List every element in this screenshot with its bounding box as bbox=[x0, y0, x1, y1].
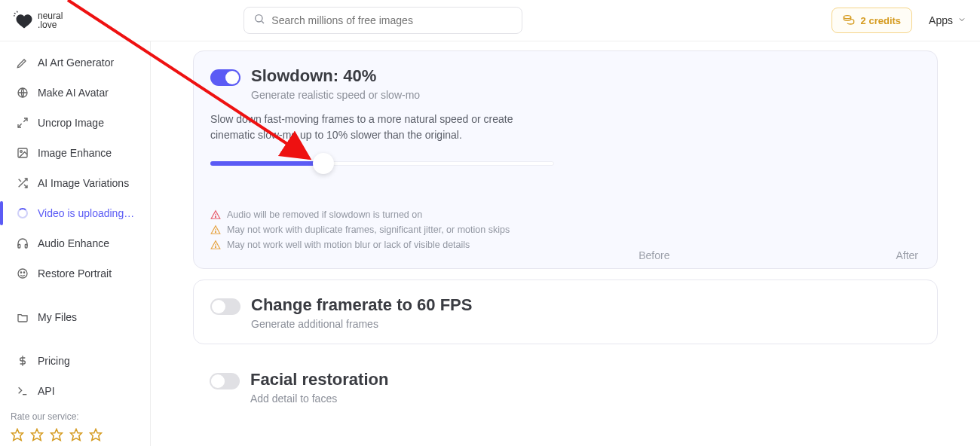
sidebar-item-image-enhance[interactable]: Image Enhance bbox=[0, 138, 150, 168]
svg-rect-15 bbox=[25, 244, 27, 248]
svg-marker-25 bbox=[90, 429, 102, 441]
slowdown-toggle[interactable] bbox=[210, 69, 240, 86]
warning-line: May not work with duplicate frames, sign… bbox=[210, 225, 920, 235]
svg-line-7 bbox=[23, 118, 27, 122]
framerate-toggle[interactable] bbox=[210, 298, 240, 315]
svg-point-3 bbox=[256, 15, 262, 22]
globe-icon bbox=[17, 87, 29, 99]
sidebar-item-uncrop-image[interactable]: Uncrop Image bbox=[0, 108, 150, 138]
star-icon[interactable] bbox=[89, 428, 103, 441]
sidebar-item-label: My Files bbox=[38, 311, 77, 323]
slowdown-subtitle: Generate realistic speed or slow-mo bbox=[251, 89, 420, 101]
warning-icon bbox=[210, 240, 221, 250]
main-content: Slowdown: 40% Generate realistic speed o… bbox=[151, 41, 980, 446]
sidebar-item-ai-image-variations[interactable]: AI Image Variations bbox=[0, 168, 150, 198]
coins-icon bbox=[843, 14, 855, 28]
star-icon[interactable] bbox=[50, 428, 63, 441]
search-input[interactable] bbox=[271, 14, 513, 26]
svg-point-16 bbox=[18, 269, 27, 278]
sidebar-item-api[interactable]: API bbox=[0, 376, 150, 406]
svg-line-1 bbox=[14, 13, 16, 14]
svg-point-27 bbox=[215, 216, 216, 217]
sidebar-item-label: AI Art Generator bbox=[38, 57, 114, 69]
svg-point-18 bbox=[23, 272, 24, 273]
sidebar-item-label: Restore Portrait bbox=[38, 267, 112, 280]
sidebar-item-label: Audio Enhance bbox=[38, 237, 109, 249]
slowdown-title: Slowdown: 40% bbox=[251, 66, 420, 86]
sidebar-item-pricing[interactable]: Pricing bbox=[0, 346, 150, 376]
sidebar-item-label: Uncrop Image bbox=[38, 117, 104, 129]
svg-marker-24 bbox=[71, 429, 82, 441]
sidebar-item-label: API bbox=[38, 385, 55, 397]
svg-point-29 bbox=[215, 231, 216, 232]
shuffle-icon bbox=[17, 177, 29, 189]
sidebar: AI Art Generator Make AI Avatar Uncrop I… bbox=[0, 41, 151, 446]
pen-icon bbox=[17, 57, 29, 69]
warning-icon bbox=[210, 225, 221, 235]
sidebar-item-restore-portrait[interactable]: Restore Portrait bbox=[0, 258, 150, 289]
svg-line-4 bbox=[262, 21, 264, 23]
dollar-icon bbox=[17, 355, 29, 367]
svg-line-8 bbox=[18, 124, 22, 127]
star-icon[interactable] bbox=[11, 428, 24, 441]
svg-point-5 bbox=[844, 15, 850, 18]
expand-icon bbox=[17, 117, 29, 129]
framerate-title: Change framerate to 60 FPS bbox=[251, 295, 472, 315]
terminal-icon bbox=[17, 385, 29, 397]
slider-thumb[interactable] bbox=[313, 153, 334, 174]
credits-button[interactable]: 2 credits bbox=[831, 8, 912, 33]
svg-rect-14 bbox=[18, 244, 20, 248]
brand-text: neural .love bbox=[38, 11, 63, 29]
headphones-icon bbox=[17, 237, 29, 249]
sidebar-item-video-uploading[interactable]: Video is uploading… bbox=[0, 198, 150, 228]
rate-label: Rate our service: bbox=[11, 411, 103, 422]
warning-line: May not work well with motion blur or la… bbox=[210, 240, 920, 250]
svg-marker-21 bbox=[12, 429, 23, 441]
apps-dropdown[interactable]: Apps bbox=[929, 14, 966, 26]
svg-marker-22 bbox=[32, 429, 43, 441]
svg-line-13 bbox=[19, 179, 21, 182]
image-icon bbox=[17, 147, 29, 159]
before-label: Before bbox=[639, 249, 669, 261]
search-icon bbox=[253, 13, 265, 28]
svg-line-2 bbox=[17, 11, 17, 13]
brand-logo[interactable]: neural .love bbox=[14, 11, 63, 30]
svg-point-10 bbox=[20, 151, 23, 153]
sidebar-item-make-ai-avatar[interactable]: Make AI Avatar bbox=[0, 78, 150, 108]
facial-title: Facial restoration bbox=[250, 370, 388, 389]
framerate-subtitle: Generate additional frames bbox=[251, 318, 472, 330]
slowdown-description: Slow down fast-moving frames to a more n… bbox=[210, 112, 557, 143]
sidebar-item-label: Pricing bbox=[38, 355, 70, 367]
face-icon bbox=[17, 267, 29, 280]
framerate-card: Change framerate to 60 FPS Generate addi… bbox=[193, 280, 938, 344]
star-icon[interactable] bbox=[69, 428, 83, 441]
facial-card: Facial restoration Add detail to faces bbox=[193, 355, 938, 418]
sidebar-item-audio-enhance[interactable]: Audio Enhance bbox=[0, 228, 150, 258]
facial-subtitle: Add detail to faces bbox=[250, 393, 388, 405]
svg-point-17 bbox=[20, 272, 21, 273]
warning-line: Audio will be removed if slowdown is tur… bbox=[210, 209, 920, 220]
star-icon[interactable] bbox=[30, 428, 44, 441]
svg-point-31 bbox=[215, 246, 216, 247]
after-label: After bbox=[896, 249, 918, 261]
heart-logo-icon bbox=[14, 11, 35, 30]
slowdown-warnings: Audio will be removed if slowdown is tur… bbox=[210, 209, 920, 250]
sidebar-item-label: AI Image Variations bbox=[38, 177, 129, 189]
sidebar-item-my-files[interactable]: My Files bbox=[0, 302, 150, 332]
search-box[interactable] bbox=[243, 7, 522, 34]
chevron-down-icon bbox=[957, 14, 966, 26]
sidebar-item-label: Video is uploading… bbox=[38, 207, 134, 219]
warning-icon bbox=[210, 209, 221, 220]
slowdown-card: Slowdown: 40% Generate realistic speed o… bbox=[193, 50, 938, 269]
spinner-icon bbox=[17, 207, 29, 219]
sidebar-item-ai-art-generator[interactable]: AI Art Generator bbox=[0, 47, 150, 78]
sidebar-item-label: Image Enhance bbox=[38, 147, 112, 159]
svg-marker-23 bbox=[51, 429, 63, 441]
rate-service: Rate our service: bbox=[11, 411, 103, 441]
sidebar-item-label: Make AI Avatar bbox=[38, 87, 109, 99]
folder-icon bbox=[17, 311, 29, 323]
slowdown-slider[interactable] bbox=[210, 161, 554, 166]
apps-label: Apps bbox=[929, 14, 953, 26]
credits-label: 2 credits bbox=[861, 15, 901, 26]
facial-toggle[interactable] bbox=[210, 373, 240, 389]
